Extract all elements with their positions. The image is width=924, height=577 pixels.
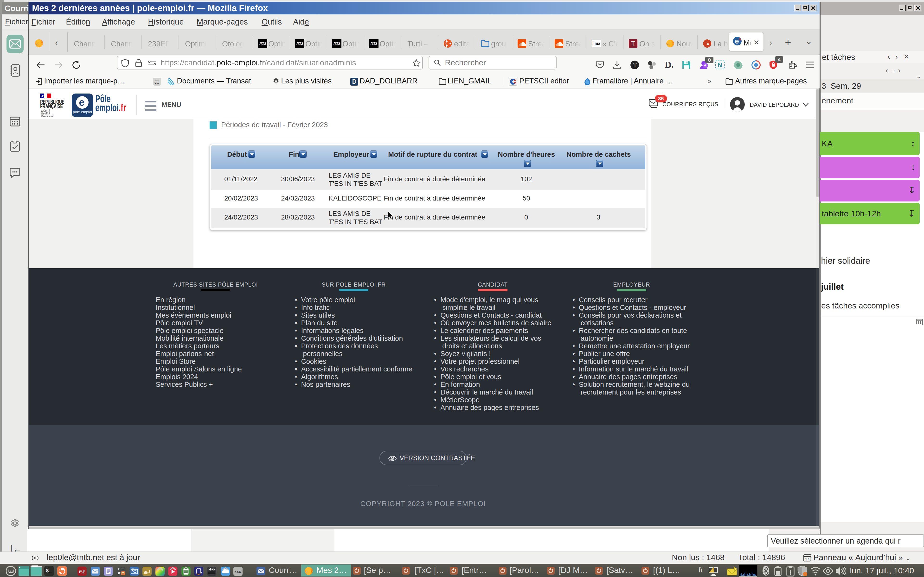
svg-text:FRANÇAISE: FRANÇAISE [40,103,63,110]
svg-text:e: e [735,37,739,45]
svg-text:T: T [633,61,637,69]
svg-text:D.: D. [665,61,674,69]
svg-text:Fz: Fz [79,569,85,575]
svg-text:17: 17 [805,557,809,561]
svg-text:N: N [717,61,722,69]
svg-text:xxx: xxx [234,569,241,574]
svg-text:Fraternité: Fraternité [41,115,54,118]
svg-text:e: e [79,97,84,108]
